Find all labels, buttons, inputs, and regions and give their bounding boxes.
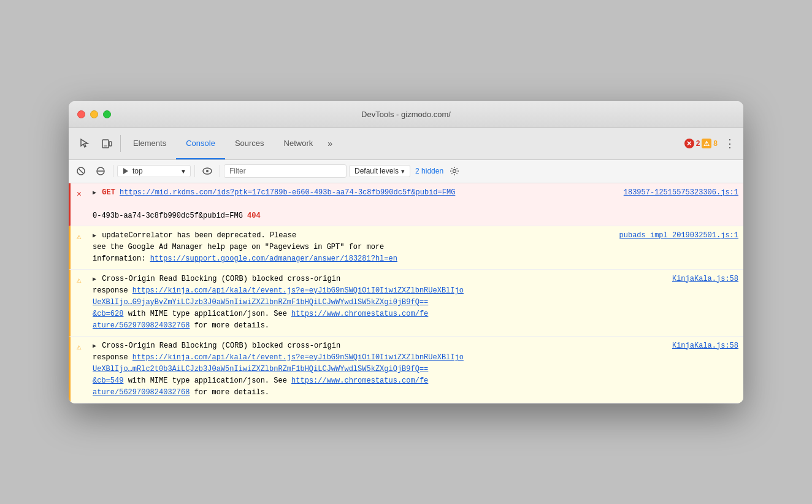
tab-sources[interactable]: Sources xyxy=(225,128,274,159)
console-entry-warn-corb-1: ⚠ ▶ Cross-Origin Read Blocking (CORB) bl… xyxy=(69,270,743,337)
log-levels-selector[interactable]: Default levels ▾ xyxy=(349,165,410,177)
warn-corb1-url1[interactable]: https://kinja.com/api/kala/t/event.js?e=… xyxy=(132,286,464,295)
expand-arrow[interactable]: ▶ xyxy=(93,188,96,198)
error-icon: ✕ xyxy=(684,139,694,148)
warn-corb1-url1-end[interactable]: &cb=628 xyxy=(93,310,123,318)
svg-rect-0 xyxy=(102,140,109,148)
block-icon xyxy=(96,166,105,176)
svg-point-10 xyxy=(453,170,456,173)
toolbar-sep-2 xyxy=(194,165,195,177)
console-entry-error-get: ✕ ▶ GET https://mid.rkdms.com/ids?ptk=17… xyxy=(69,183,743,227)
warn-corb2-body: ▶ Cross-Origin Read Blocking (CORB) bloc… xyxy=(93,340,738,399)
expand-arrow-4[interactable]: ▶ xyxy=(93,342,96,351)
tab-network[interactable]: Network xyxy=(274,128,323,159)
toolbar-sep-3 xyxy=(220,165,220,177)
tab-console[interactable]: Console xyxy=(176,128,225,159)
play-icon xyxy=(121,167,130,175)
warn-corb2-url1-end[interactable]: &cb=549 xyxy=(93,376,123,385)
devtools-window: DevTools - gizmodo.com/ Elements Console… xyxy=(69,101,743,403)
warn-corb1-url2-cont[interactable]: ature/5629709824032768 xyxy=(93,321,190,330)
titlebar: DevTools - gizmodo.com/ xyxy=(69,101,743,128)
settings-icon xyxy=(450,166,459,176)
filter-input[interactable] xyxy=(224,164,347,178)
eye-icon xyxy=(202,167,213,175)
minimize-button[interactable] xyxy=(90,110,98,118)
device-icon xyxy=(101,138,112,149)
clear-console-button[interactable] xyxy=(72,162,90,180)
warn-corb1-icon: ⚠ xyxy=(77,275,82,288)
console-entry-warn-corb-2: ⚠ ▶ Cross-Origin Read Blocking (CORB) bl… xyxy=(69,337,743,403)
console-entry-warn-correlator: ⚠ ▶ updateCorrelator has been deprecated… xyxy=(69,226,743,270)
error-entry-icon: ✕ xyxy=(77,188,82,201)
warn-corb1-url2[interactable]: https://www.chromestatus.com/fe xyxy=(291,310,428,318)
warn-corb1-body: ▶ Cross-Origin Read Blocking (CORB) bloc… xyxy=(93,273,738,332)
error-count: 2 xyxy=(696,139,700,148)
tabs-right-area: ✕ 2 ⚠ 8 ⋮ xyxy=(684,135,738,152)
eye-toggle-button[interactable] xyxy=(199,162,216,180)
warn-corb2-icon: ⚠ xyxy=(77,342,82,354)
warn-correlator-file[interactable]: pubads_impl_2019032501.js:1 xyxy=(619,230,738,242)
traffic-lights xyxy=(77,110,111,118)
warn-corb2-url1[interactable]: https://kinja.com/api/kala/t/event.js?e=… xyxy=(132,353,464,362)
window-title: DevTools - gizmodo.com/ xyxy=(361,110,451,119)
cursor-icon xyxy=(79,138,90,149)
close-button[interactable] xyxy=(77,110,85,118)
expand-arrow-2[interactable]: ▶ xyxy=(93,231,96,241)
svg-line-4 xyxy=(79,169,83,173)
warn-entry-icon: ⚠ xyxy=(77,231,82,244)
expand-arrow-3[interactable]: ▶ xyxy=(93,275,96,284)
warn-corb1-url1-cont[interactable]: UeXBlIjo…G9jayBvZmYiLCJzb3J0aW5nIiwiZXZl… xyxy=(93,298,428,307)
warn-corb2-url2[interactable]: https://www.chromestatus.com/fe xyxy=(291,376,428,385)
console-toolbar: top ▼ Default levels ▾ 2 hidden xyxy=(69,160,743,183)
hidden-count: 2 hidden xyxy=(415,167,443,175)
context-selector[interactable]: top ▼ xyxy=(117,165,191,177)
devtools-menu-button[interactable]: ⋮ xyxy=(721,135,738,152)
error-entry-body: ▶ GET https://mid.rkdms.com/ids?ptk=17c1… xyxy=(93,187,738,223)
tab-elements[interactable]: Elements xyxy=(123,128,176,159)
more-tabs-button[interactable]: » xyxy=(323,139,337,148)
maximize-button[interactable] xyxy=(103,110,111,118)
warn-correlator-body: ▶ updateCorrelator has been deprecated. … xyxy=(93,230,738,265)
error-url-link[interactable]: https://mid.rkdms.com/ids?ptk=17c1789b-e… xyxy=(120,188,455,197)
error-file-ref[interactable]: 183957-12515575323306.js:1 xyxy=(624,187,738,199)
tab-separator-1 xyxy=(120,135,121,152)
stop-recording-button[interactable] xyxy=(92,162,109,180)
svg-point-9 xyxy=(206,170,209,172)
error-count-badge: ✕ 2 ⚠ 8 xyxy=(684,139,718,148)
svg-rect-1 xyxy=(109,142,112,146)
warn-corb2-url1-cont[interactable]: UeXBlIjo…mRlc2t0b3AiLCJzb3J0aW5nIiwiZXZl… xyxy=(93,365,428,373)
toolbar-sep-1 xyxy=(113,165,113,177)
svg-marker-7 xyxy=(123,168,128,174)
inspect-element-button[interactable] xyxy=(74,132,96,155)
warn-correlator-url[interactable]: https://support.google.com/admanager/ans… xyxy=(150,254,397,263)
warn-corb2-url2-cont[interactable]: ature/5629709824032768 xyxy=(93,388,190,397)
console-content: ✕ ▶ GET https://mid.rkdms.com/ids?ptk=17… xyxy=(69,183,743,403)
warn-count: 8 xyxy=(713,139,718,148)
device-toolbar-button[interactable] xyxy=(96,132,118,155)
warn-corb1-file[interactable]: KinjaKala.js:58 xyxy=(672,273,738,285)
console-settings-button[interactable] xyxy=(446,162,463,180)
warn-icon: ⚠ xyxy=(702,139,711,148)
warn-corb2-file[interactable]: KinjaKala.js:58 xyxy=(672,340,738,352)
devtools-tab-bar: Elements Console Sources Network » ✕ 2 ⚠… xyxy=(69,128,743,160)
clear-icon xyxy=(76,166,86,176)
